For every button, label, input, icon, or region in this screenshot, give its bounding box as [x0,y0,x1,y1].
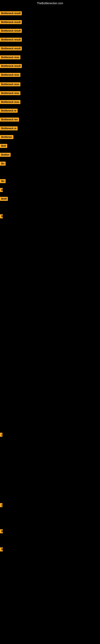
bottleneck-badge: B [0,214,3,218]
bottleneck-badge: Bott [0,144,7,148]
bottleneck-badge: Bottlen [0,153,11,157]
bottleneck-badge: Bottleneck result [0,38,22,42]
site-title: TheBottlenecker.com [37,2,63,5]
bottleneck-badge: Bottleneck res [0,118,19,122]
bottleneck-badge: B [0,188,3,192]
bottleneck-badge: Bottleneck result [0,11,22,15]
bottleneck-badge: Bo [0,162,6,166]
bottleneck-badge: Bottleneck re [0,126,18,130]
bottleneck-badge: Bottleneck resu [0,55,20,59]
bottleneck-badge: Bottleneck result [0,29,22,33]
bottleneck-badge: Bottleneck resu [0,73,20,77]
bottleneck-badge: | [0,433,2,437]
bottleneck-badge: Bo [0,179,6,183]
bottleneck-badge: | [0,503,2,507]
bottleneck-badge: B [0,529,3,533]
bottleneck-badge: Bottlenec [0,135,13,139]
bottleneck-badge: Bottleneck re [0,109,18,113]
bottleneck-badge: Bottleneck result [0,64,22,68]
bottleneck-badge: Bottleneck resu [0,82,20,86]
bottleneck-badge: B [0,548,3,552]
bottleneck-badge: Bottl [0,197,8,201]
bottleneck-badge: Bottleneck result [0,46,22,50]
bottleneck-badge: Bottleneck resu [0,91,20,95]
bottleneck-badge: Bottleneck result [0,20,22,24]
bottleneck-badge: Bottleneck resu [0,100,20,104]
